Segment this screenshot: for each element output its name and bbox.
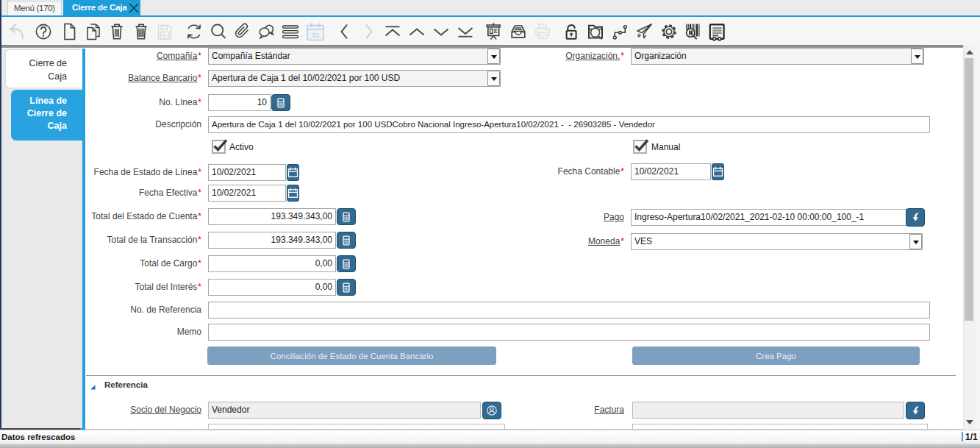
svg-text:31: 31 bbox=[312, 31, 320, 39]
